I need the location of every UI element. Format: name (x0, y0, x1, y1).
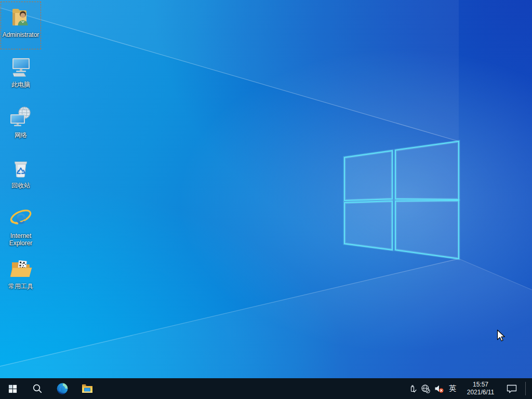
taskbar: 英 15:57 2021/6/11 (0, 378, 532, 399)
file-explorer-icon (81, 382, 94, 395)
usb-icon (408, 384, 417, 393)
desktop-icon-network[interactable]: 网络 (1, 102, 41, 153)
file-explorer-taskbar-button[interactable] (75, 378, 100, 399)
desktop-icon-this-pc[interactable]: 此电脑 (1, 52, 41, 102)
tools-folder-icon (8, 256, 33, 281)
show-desktop-button[interactable] (529, 378, 532, 399)
user-folder-icon (8, 5, 33, 30)
desktop-icon-grid: Administrator 此电脑 (1, 2, 41, 304)
desktop-icon-internet-explorer[interactable]: e Internet Explorer (1, 203, 41, 254)
taskbar-clock[interactable]: 15:57 2021/6/11 (461, 381, 500, 396)
network-icon (8, 105, 33, 130)
recycle-bin-icon (8, 155, 33, 180)
speaker-muted-icon (434, 384, 444, 393)
windows-logo-wallpaper-graphic (0, 0, 532, 378)
usb-tray-button[interactable] (408, 378, 417, 399)
search-button[interactable] (25, 378, 50, 399)
windows-desktop: Administrator 此电脑 (0, 0, 532, 399)
ime-language-indicator[interactable]: 英 (448, 384, 457, 393)
clock-date: 2021/6/11 (461, 389, 500, 396)
desktop-icon-common-tools[interactable]: 常用工具 (1, 254, 41, 304)
this-pc-icon (8, 55, 33, 79)
volume-tray-button[interactable] (434, 378, 444, 399)
network-tray-button[interactable] (421, 378, 430, 399)
system-tray: 英 15:57 2021/6/11 (408, 378, 532, 399)
show-desktop-divider (525, 382, 526, 395)
search-icon (32, 383, 43, 394)
desktop-icon-recycle-bin[interactable]: 回收站 (1, 153, 41, 203)
desktop-icon-label: 回收站 (11, 182, 30, 189)
clock-time: 15:57 (461, 381, 500, 389)
svg-text:e: e (16, 207, 26, 228)
start-icon (8, 384, 18, 394)
edge-taskbar-button[interactable] (50, 378, 75, 399)
action-center-icon (506, 384, 517, 394)
desktop-icon-label: 网络 (15, 131, 27, 139)
start-button[interactable] (0, 378, 25, 399)
desktop-icon-label: 常用工具 (8, 283, 33, 290)
desktop-icon-label: Internet Explorer (1, 232, 41, 247)
edge-icon (56, 382, 69, 395)
internet-explorer-icon: e (8, 206, 33, 231)
action-center-button[interactable] (504, 378, 520, 399)
desktop-icon-label: 此电脑 (11, 81, 30, 88)
desktop-icon-label: Administrator (3, 31, 39, 38)
desktop-icon-administrator[interactable]: Administrator (1, 2, 41, 49)
globe-offline-icon (421, 384, 430, 393)
